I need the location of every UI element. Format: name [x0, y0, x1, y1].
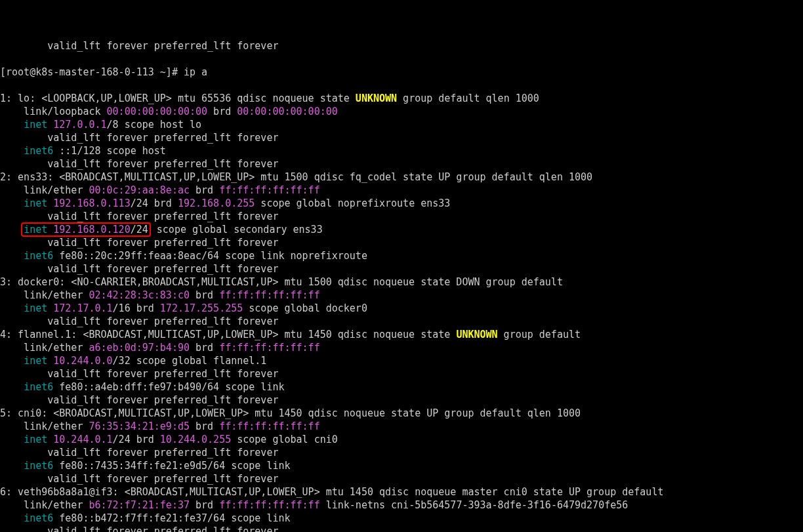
iface-addr: inet6 fe80::7435:34ff:fe21:e9d5/64 scope… [0, 459, 803, 472]
iface-addr-valid: valid_lft forever preferred_lft forever [0, 262, 803, 276]
iface-addr: inet6 fe80::b472:f7ff:fe21:fe37/64 scope… [0, 512, 803, 525]
iface-addr-valid: valid_lft forever preferred_lft forever [0, 236, 803, 249]
iface-addr: inet6 ::1/128 scope host [0, 144, 803, 157]
iface-addr-valid: valid_lft forever preferred_lft forever [0, 367, 803, 380]
iface-link: link/ether 76:35:34:21:e9:d5 brd ff:ff:f… [0, 420, 803, 433]
iface-addr-valid: valid_lft forever preferred_lft forever [0, 472, 803, 485]
iface-link: link/ether a6:eb:0d:97:b4:90 brd ff:ff:f… [0, 341, 803, 354]
iface-link: link/ether 00:0c:29:aa:8e:ac brd ff:ff:f… [0, 184, 803, 197]
iface-addr-valid: valid_lft forever preferred_lft forever [0, 446, 803, 459]
iface-addr: inet 10.244.0.1/24 brd 10.244.0.255 scop… [0, 433, 803, 446]
iface-link: link/loopback 00:00:00:00:00:00 brd 00:0… [0, 105, 803, 118]
iface-addr: inet 192.168.0.113/24 brd 192.168.0.255 … [0, 197, 803, 210]
iface-header: 6: veth96b8a8a1@if3: <BROADCAST,MULTICAS… [0, 485, 803, 499]
iface-addr-valid: valid_lft forever preferred_lft forever [0, 315, 803, 328]
iface-addr-valid: valid_lft forever preferred_lft forever [0, 131, 803, 144]
iface-addr: inet 10.244.0.0/32 scope global flannel.… [0, 354, 803, 367]
iface-addr: inet 172.17.0.1/16 brd 172.17.255.255 sc… [0, 302, 803, 315]
iface-addr-highlighted: inet 192.168.0.120/24 scope global secon… [0, 223, 803, 236]
iface-addr-valid: valid_lft forever preferred_lft forever [0, 525, 803, 532]
prompt-line-1: [root@k8s-master-168-0-113 ~]# ip a [0, 66, 803, 79]
iface-header: 2: ens33: <BROADCAST,MULTICAST,UP,LOWER_… [0, 171, 803, 184]
iface-addr-valid: valid_lft forever preferred_lft forever [0, 210, 803, 223]
iface-addr-valid: valid_lft forever preferred_lft forever [0, 157, 803, 171]
iface-header: 1: lo: <LOOPBACK,UP,LOWER_UP> mtu 65536 … [0, 92, 803, 105]
iface-link: link/ether 02:42:28:3c:83:c0 brd ff:ff:f… [0, 289, 803, 302]
iface-header: 4: flannel.1: <BROADCAST,MULTICAST,UP,LO… [0, 328, 803, 341]
iface-addr: inet6 fe80::a4eb:dff:fe97:b490/64 scope … [0, 380, 803, 394]
iface-addr: inet 127.0.0.1/8 scope host lo [0, 118, 803, 131]
iface-header: 3: docker0: <NO-CARRIER,BROADCAST,MULTIC… [0, 276, 803, 289]
iface-header: 5: cni0: <BROADCAST,MULTICAST,UP,LOWER_U… [0, 407, 803, 420]
iface-addr-valid: valid_lft forever preferred_lft forever [0, 394, 803, 407]
iface-addr: inet6 fe80::20c:29ff:feaa:8eac/64 scope … [0, 249, 803, 262]
terminal-output: valid_lft forever preferred_lft forever … [0, 26, 803, 532]
iface-link: link/ether b6:72:f7:21:fe:37 brd ff:ff:f… [0, 499, 803, 512]
truncated-line-top: valid_lft forever preferred_lft forever [0, 39, 803, 52]
